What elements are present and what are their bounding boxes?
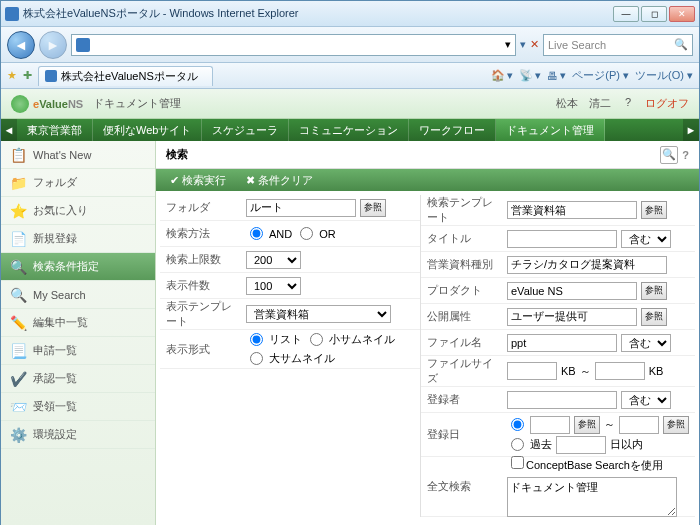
refresh-button[interactable]: ▾ xyxy=(520,38,526,51)
regdate-from-input[interactable] xyxy=(530,416,570,434)
maximize-button[interactable]: ◻ xyxy=(641,6,667,22)
sidebar-label: 受領一覧 xyxy=(33,399,77,414)
sidebar-item-5[interactable]: 🔍My Search xyxy=(1,281,155,309)
public-label: 公開属性 xyxy=(421,309,501,324)
title-input[interactable] xyxy=(507,230,617,248)
tmpl-ref-button[interactable]: 参照 xyxy=(641,201,667,219)
fulltext-label: 全文検索 xyxy=(421,479,501,494)
sidebar-icon: 📁 xyxy=(9,175,27,191)
search-icon[interactable]: 🔍 xyxy=(660,146,678,164)
sidebar-item-6[interactable]: ✏️編集中一覧 xyxy=(1,309,155,337)
public-ref-button[interactable]: 参照 xyxy=(641,308,667,326)
tool-menu[interactable]: ツール(O) ▾ xyxy=(635,68,693,83)
menu-item-1[interactable]: 便利なWebサイト xyxy=(93,119,202,141)
sidebar-item-9[interactable]: 📨受領一覧 xyxy=(1,393,155,421)
sidebar-item-2[interactable]: ⭐お気に入り xyxy=(1,197,155,225)
title-match-select[interactable]: 含む xyxy=(621,230,671,248)
regdate-range-radio[interactable] xyxy=(511,418,524,431)
limit-select[interactable]: 200 xyxy=(246,251,301,269)
tmpl-label: 検索テンプレート xyxy=(421,195,501,225)
sidebar-label: 新規登録 xyxy=(33,231,77,246)
product-input[interactable] xyxy=(507,282,637,300)
stop-button[interactable]: ✕ xyxy=(530,38,539,51)
sidebar-label: お気に入り xyxy=(33,203,88,218)
folder-input[interactable] xyxy=(246,199,356,217)
regdate-from-ref[interactable]: 参照 xyxy=(574,416,600,434)
type-input[interactable] xyxy=(507,256,667,274)
content: 検索 🔍 ? ✔ 検索実行 ✖ 条件クリア フォルダ参照 検索方法ANDOR 検… xyxy=(156,141,699,525)
sidebar-item-10[interactable]: ⚙️環境設定 xyxy=(1,421,155,449)
folder-ref-button[interactable]: 参照 xyxy=(360,199,386,217)
search-box[interactable]: Live Search 🔍 xyxy=(543,34,693,56)
fulltext-textarea[interactable]: ドキュメント管理 xyxy=(507,477,677,517)
menu-scroll-right[interactable]: ► xyxy=(683,119,699,141)
menu-item-5[interactable]: ドキュメント管理 xyxy=(496,119,605,141)
menu-item-3[interactable]: コミュニケーション xyxy=(289,119,409,141)
sidebar-item-0[interactable]: 📋What's New xyxy=(1,141,155,169)
clear-button[interactable]: ✖ 条件クリア xyxy=(240,173,319,188)
format-list-radio[interactable] xyxy=(250,333,263,346)
username: 松本 清二 xyxy=(556,96,611,111)
public-input[interactable] xyxy=(507,308,637,326)
home-menu[interactable]: 🏠▾ xyxy=(491,68,513,83)
browser-tab[interactable]: 株式会社eValueNSポータル xyxy=(38,66,213,86)
sidebar-item-8[interactable]: ✔️承認一覧 xyxy=(1,365,155,393)
conceptbase-checkbox[interactable] xyxy=(511,456,524,469)
filename-input[interactable] xyxy=(507,334,617,352)
format-small-radio[interactable] xyxy=(310,333,323,346)
sidebar-icon: ⭐ xyxy=(9,203,27,219)
registrant-match-select[interactable]: 含む xyxy=(621,391,671,409)
or-radio[interactable] xyxy=(300,227,313,240)
template-select[interactable]: 営業資料箱 xyxy=(246,305,391,323)
regdate-days-input[interactable] xyxy=(556,436,606,454)
method-label: 検索方法 xyxy=(160,226,240,241)
registrant-input[interactable] xyxy=(507,391,617,409)
form-right: 検索テンプレート参照 タイトル含む 営業資料種別 プロダクト参照 公開属性参照 … xyxy=(420,195,695,517)
sidebar-label: 環境設定 xyxy=(33,427,77,442)
sidebar-item-3[interactable]: 📄新規登録 xyxy=(1,225,155,253)
tab-favicon-icon xyxy=(45,70,57,82)
minimize-button[interactable]: — xyxy=(613,6,639,22)
regdate-to-ref[interactable]: 参照 xyxy=(663,416,689,434)
sidebar-item-7[interactable]: 📃申請一覧 xyxy=(1,337,155,365)
logo-subtitle: ドキュメント管理 xyxy=(93,96,181,111)
logout-link[interactable]: ログオフ xyxy=(645,96,689,111)
display-select[interactable]: 100 xyxy=(246,277,301,295)
filesize-to-input[interactable] xyxy=(595,362,645,380)
sidebar-label: What's New xyxy=(33,149,91,161)
favorites-icon[interactable]: ★ xyxy=(7,69,17,82)
tmpl-input[interactable] xyxy=(507,201,637,219)
menu-item-4[interactable]: ワークフロー xyxy=(409,119,496,141)
sidebar-item-1[interactable]: 📁フォルダ xyxy=(1,169,155,197)
page-menu[interactable]: ページ(P) ▾ xyxy=(572,68,629,83)
filesize-from-input[interactable] xyxy=(507,362,557,380)
and-radio[interactable] xyxy=(250,227,263,240)
format-large-radio[interactable] xyxy=(250,352,263,365)
filename-match-select[interactable]: 含む xyxy=(621,334,671,352)
product-ref-button[interactable]: 参照 xyxy=(641,282,667,300)
address-bar[interactable]: ▾ xyxy=(71,34,516,56)
menu-scroll-left[interactable]: ◄ xyxy=(1,119,17,141)
regdate-to-input[interactable] xyxy=(619,416,659,434)
app-header: eValueNS ドキュメント管理 松本 清二 ? ログオフ xyxy=(1,89,699,119)
menu-item-2[interactable]: スケジューラ xyxy=(202,119,289,141)
forward-button[interactable]: ► xyxy=(39,31,67,59)
main-area: 📋What's New📁フォルダ⭐お気に入り📄新規登録🔍検索条件指定🔍My Se… xyxy=(1,141,699,525)
search-icon[interactable]: 🔍 xyxy=(674,38,688,51)
add-fav-icon[interactable]: ✚ xyxy=(23,69,32,82)
search-exec-button[interactable]: ✔ 検索実行 xyxy=(164,173,232,188)
feed-menu[interactable]: 📡▾ xyxy=(519,68,541,83)
help-link[interactable]: ? xyxy=(625,96,631,111)
sidebar-label: フォルダ xyxy=(33,175,77,190)
print-menu[interactable]: 🖶▾ xyxy=(547,68,566,83)
sidebar-item-4[interactable]: 🔍検索条件指定 xyxy=(1,253,155,281)
titlebar: 株式会社eValueNSポータル - Windows Internet Expl… xyxy=(1,1,699,27)
regdate-past-radio[interactable] xyxy=(511,438,524,451)
sidebar-label: 編集中一覧 xyxy=(33,315,88,330)
close-button[interactable]: ✕ xyxy=(669,6,695,22)
menu-item-0[interactable]: 東京営業部 xyxy=(17,119,93,141)
dropdown-icon[interactable]: ▾ xyxy=(505,38,511,51)
help-icon[interactable]: ? xyxy=(682,149,689,161)
sidebar-icon: 🔍 xyxy=(9,287,27,303)
back-button[interactable]: ◄ xyxy=(7,31,35,59)
